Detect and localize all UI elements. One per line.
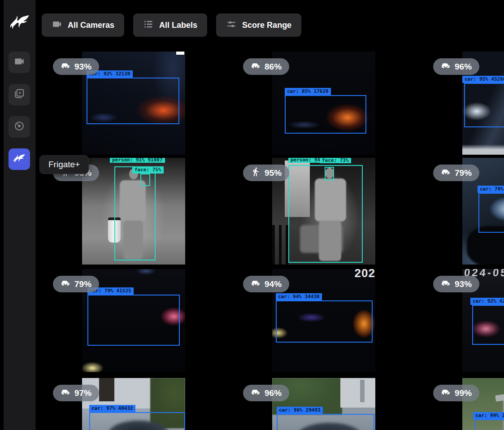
bounding-box — [475, 419, 504, 430]
sidebar-item-frigate-plus[interactable] — [9, 148, 30, 170]
score-badge: 96% — [243, 385, 289, 401]
score-range-label: Score Range — [242, 21, 291, 30]
bbox-label: car: 94% 34430 — [276, 293, 322, 300]
all-labels-button[interactable]: All Labels — [133, 13, 207, 37]
frigate-logo — [9, 12, 30, 34]
car-icon — [441, 278, 451, 290]
bounding-box — [285, 95, 366, 134]
snapshot[interactable]: car: 96% 29493 — [272, 378, 375, 430]
car-icon — [251, 61, 261, 73]
face-label: face: 75% — [132, 166, 164, 174]
detection-card[interactable]: 79% car: 79% 41525 — [39, 269, 229, 372]
detection-card[interactable]: 97% car: 97% 40432 — [39, 378, 229, 430]
timestamp-overlay: 202 — [355, 269, 375, 280]
score-label: 95% — [265, 168, 282, 178]
bbox-label: car: 85% 17628 — [285, 88, 331, 95]
car-icon — [441, 167, 451, 179]
frigate-plus-tooltip: Frigate+ — [39, 155, 89, 174]
score-badge: 96% — [433, 58, 479, 75]
car-icon — [251, 387, 261, 399]
all-cameras-label: All Cameras — [68, 21, 114, 30]
snapshot[interactable]: car: 97% 40432 — [82, 378, 185, 430]
score-label: 96% — [455, 62, 472, 72]
detection-card[interactable]: 96% car: 96% 29493 — [229, 378, 419, 430]
sidebar-item-cameras[interactable] — [9, 52, 30, 73]
car-icon — [61, 61, 70, 73]
bbox-label: car: 95% 45260 — [462, 76, 504, 83]
score-badge: 93% — [53, 58, 99, 75]
car-icon — [61, 278, 70, 290]
house-door — [99, 378, 114, 401]
bounding-box — [87, 295, 180, 346]
score-label: 99% — [455, 388, 472, 398]
score-label: 79% — [74, 279, 91, 289]
detection-card[interactable]: 93% car: 92% 32130 — [39, 52, 229, 155]
score-label: 96% — [265, 388, 282, 398]
sidebar-item-review[interactable] — [9, 84, 30, 105]
sign — [495, 393, 504, 402]
score-label: 94% — [265, 279, 282, 289]
sidebar — [4, 0, 35, 430]
bounding-box — [464, 83, 504, 127]
score-label: 97% — [74, 388, 91, 398]
score-badge: 99% — [433, 385, 479, 401]
score-badge: 95% — [243, 165, 289, 181]
car-icon — [441, 387, 451, 399]
score-label: 79% — [455, 168, 472, 178]
bbox-label: car: 96% 29493 — [277, 407, 323, 414]
score-label: 93% — [74, 62, 91, 72]
overlay-fragment — [176, 52, 184, 55]
bbox-label: car: 92% 4218 — [470, 298, 504, 305]
detection-card[interactable]: 86% car: 85% 17628 — [229, 52, 419, 155]
camera-icon — [52, 19, 62, 32]
face-box — [140, 174, 150, 186]
score-badge: 79% — [433, 165, 479, 181]
car-icon — [61, 387, 70, 399]
sliders-icon — [226, 19, 237, 32]
score-badge: 79% — [53, 276, 99, 292]
detection-card[interactable]: 96% car: 95% 45260 — [419, 52, 504, 155]
filter-toolbar: All Cameras All Labels Score Range — [42, 13, 301, 37]
detection-card[interactable]: 94% 202 car: 94% 34430 — [229, 269, 419, 372]
bounding-box — [89, 412, 185, 430]
export-disc-icon — [13, 120, 25, 134]
camera-icon — [13, 56, 25, 69]
bbox-label: car: 97% 40432 — [89, 405, 135, 412]
score-badge: 94% — [243, 276, 289, 292]
frigate-plus-bird-icon — [13, 152, 26, 166]
sidebar-item-export[interactable] — [9, 116, 30, 138]
detection-card[interactable]: 99% car: 99% 25 — [419, 378, 504, 430]
score-label: 93% — [455, 279, 472, 289]
all-labels-label: All Labels — [159, 21, 197, 30]
bounding-box — [472, 305, 504, 345]
bbox-label: car: 79% — [478, 186, 504, 193]
score-badge: 93% — [433, 276, 479, 292]
car-icon — [251, 278, 261, 290]
detection-card[interactable]: 79% car: 79% — [419, 158, 504, 265]
face-box — [325, 167, 334, 180]
car-icon — [441, 61, 451, 73]
score-range-button[interactable]: Score Range — [216, 13, 301, 37]
bounding-box — [87, 78, 179, 124]
person-label: person: 91% 91007 — [110, 158, 165, 163]
score-label: 86% — [265, 62, 282, 72]
detection-card[interactable]: 93% 024-05 0 car: 92% 4218 — [419, 269, 504, 372]
bbox-label: car: 99% 25 — [473, 412, 504, 419]
house — [340, 378, 375, 408]
review-icon — [13, 88, 25, 101]
score-badge: 86% — [243, 58, 289, 75]
score-badge: 97% — [53, 385, 99, 401]
bounding-box — [276, 300, 373, 343]
person-icon — [251, 167, 261, 179]
all-cameras-button[interactable]: All Cameras — [42, 13, 124, 37]
face-label: face: 73% — [320, 158, 351, 163]
list-icon — [143, 19, 154, 32]
detection-card[interactable]: 95% person: 94% face: 73% — [229, 158, 419, 265]
bounding-box — [478, 193, 504, 233]
bounding-box — [277, 414, 374, 430]
house-window — [360, 380, 365, 402]
